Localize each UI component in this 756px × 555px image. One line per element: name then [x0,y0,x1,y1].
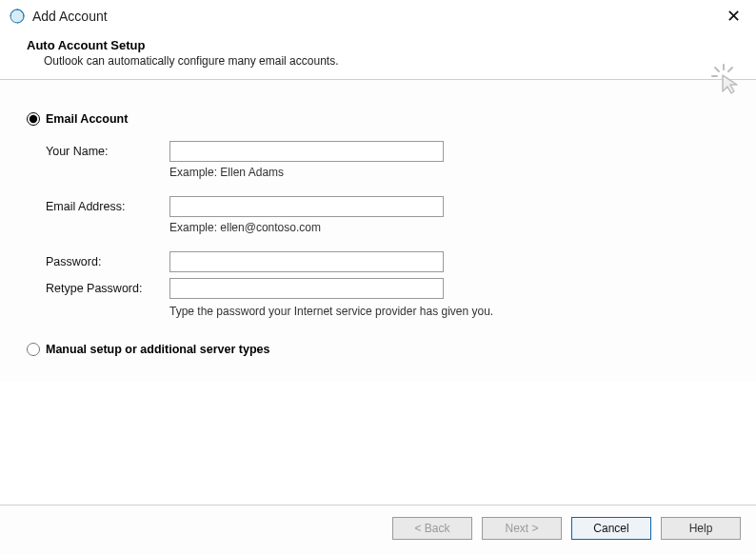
cursor-decoration-icon [710,63,743,98]
title-bar-left: Add Account [10,9,108,24]
password-hint: Type the password your Internet service … [169,305,737,318]
your-name-example: Example: Ellen Adams [169,166,737,179]
radio-manual-setup-label: Manual setup or additional server types [46,343,269,356]
help-button[interactable]: Help [661,517,741,540]
password-label: Password: [46,255,169,268]
your-name-input[interactable] [169,141,444,162]
radio-email-account-label: Email Account [46,112,128,126]
header-subtitle: Outlook can automatically configure many… [44,54,737,68]
password-input[interactable] [169,251,444,272]
email-row: Email Address: [46,196,737,217]
close-icon[interactable]: ✕ [721,6,746,27]
radio-manual-setup-input[interactable] [27,343,40,356]
window-title: Add Account [32,9,108,24]
radio-manual-setup[interactable]: Manual setup or additional server types [27,343,737,356]
email-form-block: Your Name: Example: Ellen Adams Email Ad… [46,141,737,318]
back-button: < Back [392,517,472,540]
svg-line-3 [715,68,719,71]
email-example: Example: ellen@contoso.com [169,221,737,234]
retype-password-label: Retype Password: [46,282,169,295]
app-icon [10,9,25,24]
radio-email-account[interactable]: Email Account [27,112,737,126]
retype-password-input[interactable] [169,278,444,299]
wizard-content: Email Account Your Name: Example: Ellen … [0,80,756,381]
email-input[interactable] [169,196,444,217]
your-name-label: Your Name: [46,145,169,158]
next-button: Next > [482,517,562,540]
retype-password-row: Retype Password: [46,278,737,299]
cancel-button[interactable]: Cancel [571,517,651,540]
email-label: Email Address: [46,200,169,213]
header-title: Auto Account Setup [27,38,737,52]
title-bar: Add Account ✕ [0,0,756,30]
wizard-footer: < Back Next > Cancel Help [0,505,756,555]
svg-line-4 [728,68,732,71]
radio-email-account-input[interactable] [27,112,40,126]
your-name-row: Your Name: [46,141,737,162]
password-row: Password: [46,251,737,272]
wizard-header: Auto Account Setup Outlook can automatic… [0,30,756,79]
